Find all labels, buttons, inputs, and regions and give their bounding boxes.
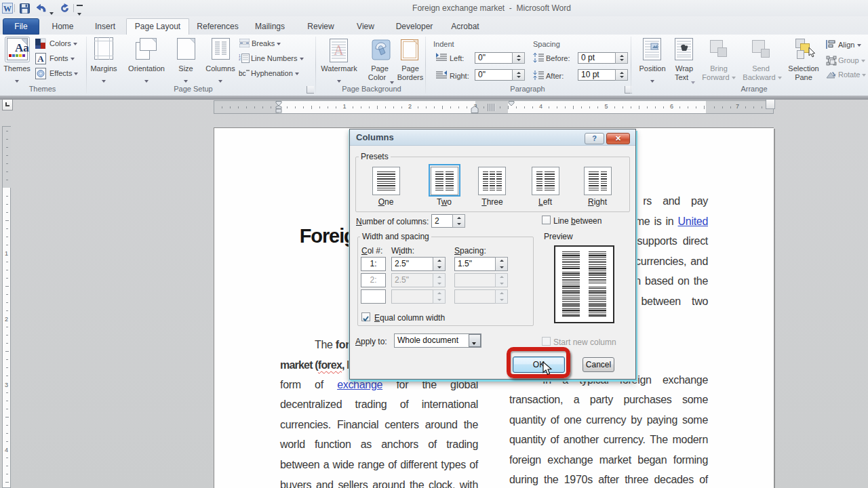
- svg-text:W: W: [3, 4, 12, 14]
- svg-text:2: 2: [239, 57, 241, 61]
- svg-text:A: A: [37, 54, 44, 64]
- svg-text:A: A: [334, 43, 344, 58]
- svg-text:bc: bc: [239, 70, 246, 77]
- svg-text:Aa: Aa: [15, 41, 29, 54]
